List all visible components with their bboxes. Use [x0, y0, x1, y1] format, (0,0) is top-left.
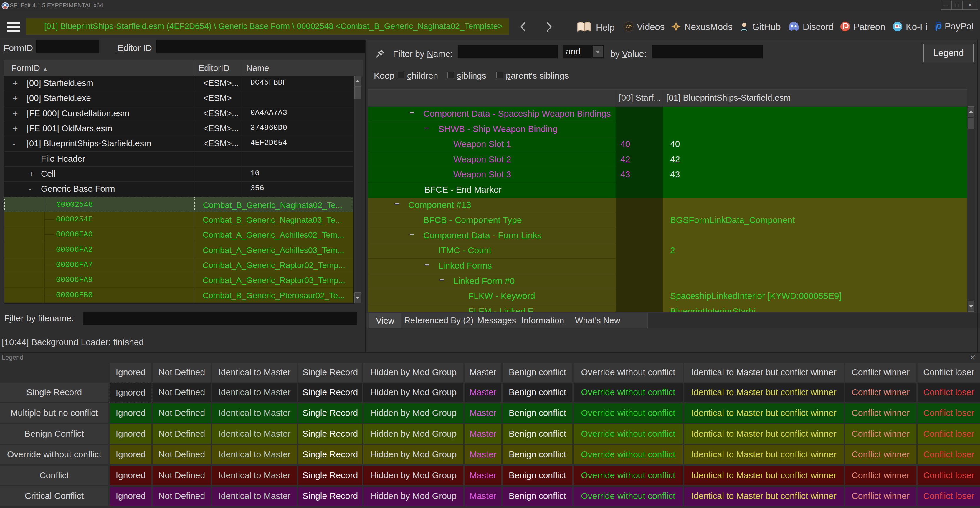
- svg-text:GP: GP: [626, 24, 632, 29]
